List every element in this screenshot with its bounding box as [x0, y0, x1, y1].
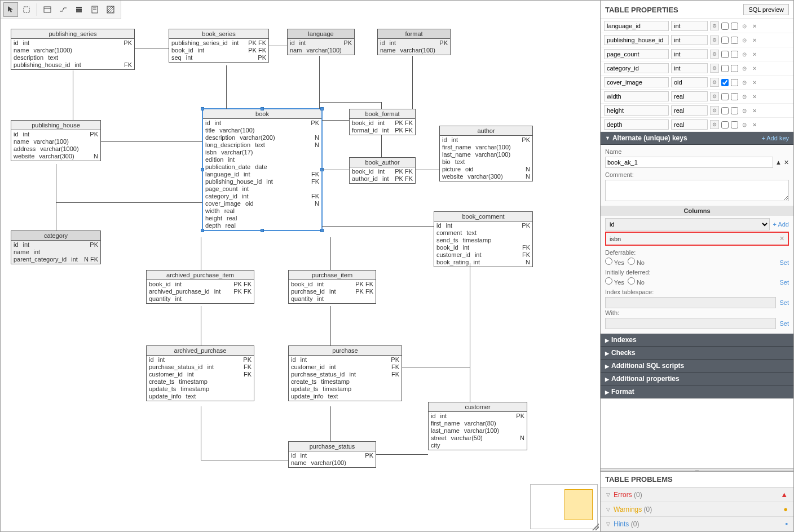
- entity-format[interactable]: formatidintPKnamevarchar(100): [377, 29, 451, 55]
- section-format[interactable]: ▶Format: [601, 385, 793, 398]
- column-nullable-check[interactable]: [721, 107, 729, 114]
- column-pk-check[interactable]: [731, 107, 738, 114]
- column-type-input[interactable]: [671, 63, 708, 73]
- gear-icon[interactable]: ⚙: [710, 92, 719, 101]
- gear-icon[interactable]: ⚙: [710, 21, 719, 30]
- tool-relation[interactable]: [56, 2, 70, 17]
- add-key-link[interactable]: + Add key: [761, 135, 789, 141]
- remove-icon[interactable]: ✕: [751, 94, 758, 100]
- gear-icon[interactable]: ⚙: [710, 64, 719, 73]
- gear-icon[interactable]: ⚙: [710, 120, 719, 129]
- remove-icon[interactable]: ✕: [751, 51, 758, 57]
- column-pk-check[interactable]: [731, 79, 738, 86]
- with-input[interactable]: [605, 318, 776, 329]
- dropdown-icon[interactable]: ⊝: [740, 122, 748, 128]
- column-type-input[interactable]: [671, 105, 708, 116]
- tool-note[interactable]: [87, 2, 102, 17]
- column-pk-check[interactable]: [731, 121, 738, 128]
- gear-icon[interactable]: ⚙: [710, 106, 719, 115]
- section-indexes[interactable]: ▶Indexes: [601, 334, 793, 347]
- column-nullable-check[interactable]: [721, 79, 729, 86]
- column-nullable-check[interactable]: [721, 121, 729, 128]
- column-type-input[interactable]: [671, 21, 708, 31]
- problems-errors[interactable]: ▽ Errors (0) ▲: [601, 487, 793, 502]
- entity-book_series[interactable]: book_seriespublishing_series_idintPK FKb…: [169, 29, 269, 63]
- column-pk-check[interactable]: [731, 37, 738, 44]
- remove-icon[interactable]: ✕: [751, 122, 758, 128]
- problems-warnings[interactable]: ▽ Warnings (0) ●: [601, 502, 793, 517]
- dropdown-icon[interactable]: ⊝: [740, 37, 748, 43]
- dropdown-icon[interactable]: ⊝: [740, 65, 748, 72]
- entity-purchase[interactable]: purchaseidintPKcustomer_idintFKpurchase_…: [288, 345, 402, 401]
- section-additional-sql-scripts[interactable]: ▶Additional SQL scripts: [601, 360, 793, 373]
- column-type-input[interactable]: [671, 35, 708, 45]
- entity-book_format[interactable]: book_formatbook_idintPK FKformat_idintPK…: [349, 109, 416, 135]
- deferrable-no[interactable]: [628, 258, 635, 265]
- column-nullable-check[interactable]: [721, 23, 729, 30]
- column-pk-check[interactable]: [731, 23, 738, 30]
- entity-archived_purchase[interactable]: archived_purchaseidintPKpurchase_status_…: [146, 345, 254, 401]
- column-type-input[interactable]: [671, 119, 708, 130]
- column-nullable-check[interactable]: [721, 93, 729, 100]
- entity-archived_purchase_item[interactable]: archived_purchase_itembook_idintPK FKarc…: [146, 270, 254, 304]
- ak-comment-input[interactable]: [605, 180, 789, 201]
- dropdown-icon[interactable]: ⊝: [740, 23, 748, 29]
- tool-pointer[interactable]: [3, 2, 18, 17]
- column-type-input[interactable]: [671, 91, 708, 101]
- gear-icon[interactable]: ⚙: [710, 36, 719, 45]
- column-name-input[interactable]: [604, 119, 669, 130]
- entity-publishing_house[interactable]: publishing_houseidintPKnamevarchar(100)a…: [11, 120, 101, 161]
- tool-pattern[interactable]: [103, 2, 118, 17]
- column-pk-check[interactable]: [731, 93, 738, 100]
- index-tablespace-input[interactable]: [605, 297, 776, 308]
- column-pk-check[interactable]: [731, 65, 738, 72]
- initially-set[interactable]: Set: [779, 279, 789, 286]
- entity-purchase_status[interactable]: purchase_statusidintPKnamevarchar(100): [288, 441, 376, 468]
- gear-icon[interactable]: ⚙: [710, 50, 719, 59]
- initially-no[interactable]: [628, 277, 635, 285]
- minimap[interactable]: [530, 484, 598, 529]
- dropdown-icon[interactable]: ⊝: [740, 108, 748, 114]
- entity-book[interactable]: bookidintPKtitlevarchar(100)descriptionv…: [202, 109, 322, 230]
- ak-column-select[interactable]: id: [605, 218, 770, 230]
- ak-name-input[interactable]: [605, 157, 773, 168]
- tool-list[interactable]: [72, 2, 86, 17]
- column-name-input[interactable]: [604, 49, 669, 59]
- sql-preview-button[interactable]: SQL preview: [743, 4, 789, 15]
- entity-purchase_item[interactable]: purchase_itembook_idintPK FKpurchase_idi…: [288, 270, 376, 304]
- canvas-resize-handle[interactable]: [592, 524, 599, 530]
- entity-language[interactable]: languageidintPKnamvarchar(100): [287, 29, 355, 55]
- gear-icon[interactable]: ⚙: [710, 78, 719, 87]
- tool-table[interactable]: [40, 2, 55, 17]
- entity-category[interactable]: categoryidintPKnameintparent_category_id…: [11, 230, 101, 264]
- deferrable-set[interactable]: Set: [779, 259, 789, 266]
- column-name-input[interactable]: [604, 35, 669, 45]
- dropdown-icon[interactable]: ⊝: [740, 51, 748, 57]
- entity-author[interactable]: authoridintPKfirst_namevarchar(100)last_…: [439, 126, 533, 181]
- column-name-input[interactable]: [604, 77, 669, 87]
- column-name-input[interactable]: [604, 21, 669, 31]
- remove-icon[interactable]: ✕: [751, 65, 758, 72]
- section-checks[interactable]: ▶Checks: [601, 347, 793, 360]
- erd-canvas[interactable]: publishing_seriesidintPKnamevarchar(1000…: [1, 1, 600, 531]
- remove-icon[interactable]: ✕: [784, 159, 789, 166]
- column-type-input[interactable]: [671, 77, 708, 87]
- remove-icon[interactable]: ✕: [751, 79, 758, 86]
- column-nullable-check[interactable]: [721, 51, 729, 58]
- entity-customer[interactable]: customeridintPKfirst_namevarchar(80)last…: [428, 402, 527, 450]
- column-nullable-check[interactable]: [721, 37, 729, 44]
- dropdown-icon[interactable]: ⊝: [740, 94, 748, 100]
- add-column-link[interactable]: + Add: [773, 221, 789, 228]
- tool-marquee[interactable]: [19, 2, 34, 17]
- column-name-input[interactable]: [604, 63, 669, 73]
- dropdown-icon[interactable]: ⊝: [740, 79, 748, 86]
- column-type-input[interactable]: [671, 49, 708, 59]
- column-name-input[interactable]: [604, 91, 669, 101]
- column-nullable-check[interactable]: [721, 65, 729, 72]
- section-additional-properties[interactable]: ▶Additional properties: [601, 373, 793, 385]
- initially-yes[interactable]: [605, 277, 612, 285]
- column-name-input[interactable]: [604, 105, 669, 116]
- remove-column-icon[interactable]: ✕: [779, 235, 784, 242]
- entity-publishing_series[interactable]: publishing_seriesidintPKnamevarchar(1000…: [11, 29, 135, 70]
- remove-icon[interactable]: ✕: [751, 23, 758, 29]
